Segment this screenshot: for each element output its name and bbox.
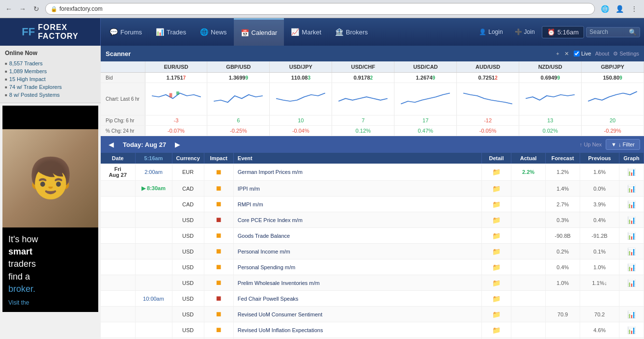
event-name[interactable]: Prelim Wholesale Inventories m/m — [233, 275, 481, 291]
folder-icon[interactable]: 📁 — [492, 263, 501, 271]
menu-button[interactable]: ⋮ — [628, 3, 640, 15]
usdcad-chart[interactable] — [394, 83, 457, 115]
event-detail[interactable]: 📁 — [482, 244, 511, 259]
high-impact-link[interactable]: 15 High Impact — [9, 76, 46, 82]
event-graph[interactable]: 📊 — [619, 228, 644, 244]
event-detail[interactable]: 📁 — [482, 291, 511, 307]
graph-icon[interactable]: 📊 — [627, 200, 636, 208]
close-button[interactable]: ✕ — [563, 50, 570, 57]
event-name[interactable]: Fed Chair Powell Speaks — [233, 291, 481, 307]
nav-brokers[interactable]: 🏦 Brokers — [328, 18, 375, 46]
scanner-col-audusd[interactable]: AUD/USD — [457, 61, 519, 73]
scanner-col-nzdusd[interactable]: NZD/USD — [519, 61, 582, 73]
event-detail[interactable]: 📁 — [482, 307, 511, 322]
event-graph[interactable]: 📊 — [619, 244, 644, 259]
profile-button[interactable]: 👤 — [614, 3, 625, 15]
event-name[interactable]: Core PCE Price Index m/m — [233, 212, 481, 228]
event-name[interactable]: German Import Prices m/m — [233, 164, 481, 181]
scanner-col-usdcad[interactable]: USD/CAD — [394, 61, 457, 73]
search-box[interactable]: 🔍 — [586, 27, 640, 37]
scanner-col-eurusd[interactable]: EUR/USD — [145, 61, 207, 73]
event-graph[interactable]: 📊 — [619, 164, 644, 181]
prev-day-button[interactable]: ◀ — [105, 141, 118, 148]
next-day-button[interactable]: ▶ — [171, 141, 184, 148]
folder-icon[interactable]: 📁 — [492, 295, 501, 303]
scanner-col-usdchf[interactable]: USD/CHF — [332, 61, 394, 73]
folder-icon[interactable]: 📁 — [492, 168, 501, 176]
minimize-button[interactable]: + — [554, 50, 561, 57]
event-graph[interactable]: 📊 — [619, 181, 644, 197]
trade-explorers-link[interactable]: 74 w/ Trade Explorers — [9, 84, 62, 90]
event-graph[interactable]: 📊 — [619, 307, 644, 322]
online-posted-systems[interactable]: 8 w/ Posted Systems — [5, 91, 96, 99]
folder-icon[interactable]: 📁 — [492, 232, 501, 240]
login-button[interactable]: 👤 Login — [474, 27, 507, 37]
up-next-button[interactable]: ↑ Up Nex — [576, 141, 606, 147]
audusd-chart[interactable] — [457, 83, 519, 115]
scanner-col-gbpjpy[interactable]: GBP/JPY — [582, 61, 644, 73]
extensions-button[interactable]: 🌐 — [599, 3, 611, 15]
graph-icon[interactable]: 📊 — [627, 263, 636, 271]
folder-icon[interactable]: 📁 — [492, 311, 501, 318]
graph-icon[interactable]: 📊 — [627, 279, 636, 287]
graph-icon[interactable]: 📊 — [627, 216, 636, 224]
traders-link[interactable]: 8,557 Traders — [9, 60, 43, 66]
about-link[interactable]: About — [595, 51, 609, 56]
event-detail[interactable]: 📁 — [482, 164, 511, 181]
nav-news[interactable]: 🌐 News — [193, 18, 234, 46]
reload-button[interactable]: ↻ — [31, 4, 41, 14]
event-name[interactable]: IPPI m/m — [233, 181, 481, 197]
scanner-col-usdjpy[interactable]: USD/JPY — [270, 61, 332, 73]
search-icon[interactable]: 🔍 — [629, 28, 637, 36]
folder-icon[interactable]: 📁 — [492, 216, 501, 224]
nav-forums[interactable]: 💬 Forums — [103, 18, 149, 46]
event-detail[interactable]: 📁 — [482, 322, 511, 338]
live-checkbox[interactable] — [574, 51, 580, 56]
event-graph[interactable] — [619, 291, 644, 307]
eurusd-chart[interactable] — [145, 83, 207, 115]
graph-icon[interactable]: 📊 — [627, 232, 636, 240]
event-name[interactable]: Goods Trade Balance — [233, 228, 481, 244]
url-bar[interactable]: 🔒 forexfactory.com — [45, 3, 595, 15]
event-name[interactable]: Personal Income m/m — [233, 244, 481, 259]
nav-market[interactable]: 📈 Market — [284, 18, 328, 46]
usdchf-chart[interactable] — [332, 83, 394, 115]
join-button[interactable]: ➕ Join — [510, 27, 540, 37]
online-trade-explorers[interactable]: 74 w/ Trade Explorers — [5, 83, 96, 91]
folder-icon[interactable]: 📁 — [492, 185, 501, 193]
nav-calendar[interactable]: 📅 Calendar — [234, 18, 284, 46]
event-detail[interactable]: 📁 — [482, 197, 511, 212]
gbpusd-chart[interactable] — [207, 83, 270, 115]
event-name[interactable]: Personal Spending m/m — [233, 259, 481, 275]
graph-icon[interactable]: 📊 — [627, 326, 636, 334]
filter-button[interactable]: ▼ ↓ Filter — [606, 139, 640, 150]
forward-button[interactable]: → — [18, 4, 28, 14]
event-detail[interactable]: 📁 — [482, 228, 511, 244]
online-traders[interactable]: 8,557 Traders — [5, 59, 96, 67]
event-detail[interactable]: 📁 — [482, 212, 511, 228]
event-detail[interactable]: 📁 — [482, 275, 511, 291]
advertisement[interactable]: 👦 It's how smart traders find a broker. … — [2, 106, 98, 312]
event-name[interactable]: Revised UoM Inflation Expectations — [233, 322, 481, 338]
event-graph[interactable]: 📊 — [619, 212, 644, 228]
event-graph[interactable]: 📊 — [619, 322, 644, 338]
online-members[interactable]: 1,089 Members — [5, 67, 96, 75]
event-name[interactable]: Revised UoM Consumer Sentiment — [233, 307, 481, 322]
folder-icon[interactable]: 📁 — [492, 279, 501, 287]
event-detail[interactable]: 📁 — [482, 181, 511, 197]
live-toggle[interactable]: Live — [574, 51, 591, 56]
online-high-impact[interactable]: 15 High Impact — [5, 75, 96, 83]
graph-icon[interactable]: 📊 — [627, 168, 636, 176]
posted-systems-link[interactable]: 8 w/ Posted Systems — [9, 92, 60, 98]
graph-icon[interactable]: 📊 — [627, 248, 636, 255]
usdjpy-chart[interactable] — [270, 83, 332, 115]
col-time[interactable]: 5:16am — [135, 153, 172, 164]
event-graph[interactable]: 📊 — [619, 197, 644, 212]
members-link[interactable]: 1,089 Members — [9, 68, 47, 74]
folder-icon[interactable]: 📁 — [492, 248, 501, 255]
folder-icon[interactable]: 📁 — [492, 200, 501, 208]
event-detail[interactable]: 📁 — [482, 259, 511, 275]
nzdusd-chart[interactable] — [519, 83, 582, 115]
graph-icon[interactable]: 📊 — [627, 311, 636, 318]
event-graph[interactable]: 📊 — [619, 259, 644, 275]
